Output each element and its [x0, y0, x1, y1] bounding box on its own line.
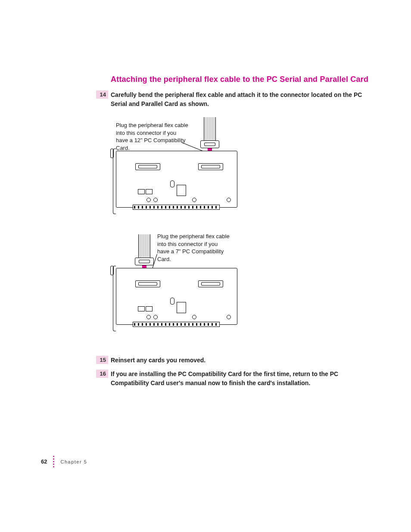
chip-icon — [146, 189, 153, 194]
step-text: If you are installing the PC Compatibili… — [111, 370, 352, 388]
edge-connector-icon — [133, 322, 220, 327]
mounting-hole-icon — [146, 198, 151, 202]
step-text: Carefully bend the peripheral flex cable… — [111, 90, 369, 109]
chip-icon — [138, 189, 145, 194]
manual-page: Attaching the peripheral flex cable to t… — [0, 0, 411, 532]
callout-12-inch-card: Plug the peripheral flex cable into this… — [116, 121, 189, 152]
chip-icon — [138, 306, 145, 311]
step-15: 15 Reinsert any cards you removed. — [111, 356, 369, 365]
mounting-hole-icon — [227, 315, 231, 319]
pc-card-12-inch-illustration — [116, 151, 237, 208]
connector-port-icon — [198, 163, 223, 170]
step-14: 14 Carefully bend the peripheral flex ca… — [111, 90, 369, 109]
chip-icon — [177, 302, 186, 313]
capacitor-icon — [170, 298, 174, 305]
chapter-label: Chapter 5 — [60, 459, 87, 464]
page-number: 62 — [41, 458, 47, 465]
mounting-hole-icon — [153, 198, 158, 202]
flex-cable-icon — [136, 234, 153, 265]
mounting-hole-icon — [153, 315, 158, 319]
flex-cable-icon — [201, 117, 218, 148]
mounting-hole-icon — [192, 198, 196, 202]
mounting-hole-icon — [192, 315, 196, 319]
step-16: 16 If you are installing the PC Compatib… — [111, 370, 352, 388]
footer-dots-icon — [53, 456, 54, 467]
connector-port-icon — [135, 163, 160, 170]
chip-icon — [177, 185, 186, 196]
callout-7-inch-card: Plug the peripheral flex cable into this… — [157, 233, 230, 263]
chip-icon — [146, 306, 153, 311]
pc-card-7-inch-illustration — [116, 268, 237, 325]
step-number-badge: 15 — [96, 356, 108, 364]
mounting-hole-icon — [227, 198, 231, 202]
page-footer: 62 Chapter 5 — [41, 456, 87, 467]
capacitor-icon — [170, 180, 174, 187]
section-heading: Attaching the peripheral flex cable to t… — [111, 75, 385, 84]
step-text: Reinsert any cards you removed. — [111, 356, 369, 365]
connector-port-icon — [135, 280, 160, 287]
step-number-badge: 16 — [96, 370, 108, 378]
connector-port-icon — [198, 280, 223, 287]
step-number-badge: 14 — [96, 90, 108, 99]
edge-connector-icon — [133, 205, 220, 210]
mounting-hole-icon — [146, 315, 151, 319]
pci-bracket-icon — [110, 266, 117, 335]
pci-bracket-icon — [110, 149, 117, 218]
